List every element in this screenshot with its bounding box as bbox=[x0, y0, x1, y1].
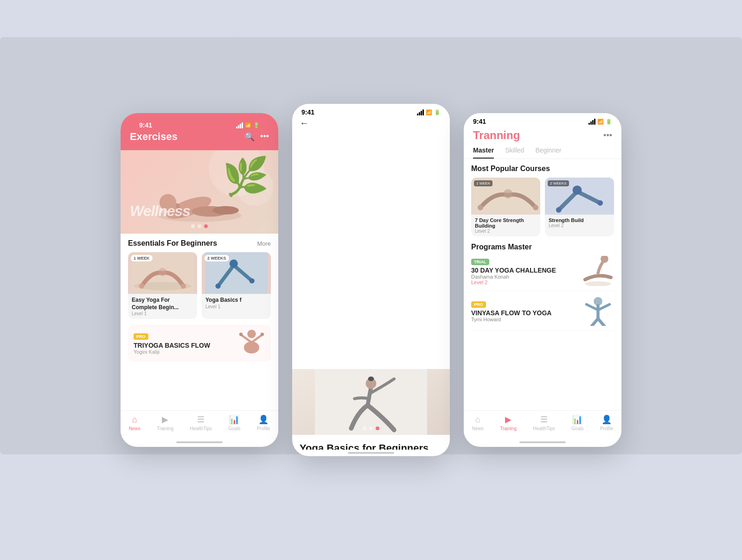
bottom-nav-3: ⌂ News ▶ Training ☰ HealthTips 📊 Goals 👤 bbox=[464, 410, 621, 438]
svg-point-35 bbox=[573, 185, 582, 195]
svg-point-6 bbox=[212, 206, 239, 215]
popular-card-1[interactable]: 1 WEEK 7 Day Core Strengt bbox=[471, 178, 540, 236]
pro-banner[interactable]: PRO TRIYOGA BASICS FLOW Yogini Kaliji bbox=[128, 325, 271, 362]
tab-skilled[interactable]: Skilled bbox=[505, 146, 524, 159]
hero-dot-1[interactable] bbox=[363, 426, 366, 430]
program-author-1: Dashama Konah bbox=[471, 274, 556, 280]
essentials-cards-row: 1 WEEK Easy bbox=[128, 252, 271, 319]
nav-goals-label-1: Goals bbox=[228, 426, 240, 431]
home-indicator-3 bbox=[464, 438, 621, 447]
time-3: 9:41 bbox=[473, 118, 486, 125]
detail-hero bbox=[292, 369, 450, 435]
exercises-header: 9:41 📶 🔋 Exercises bbox=[121, 113, 278, 150]
pc-img-2: 2 WEEKS bbox=[545, 178, 614, 215]
detail-content: Yoga Basics for Beginners Keeps your wai… bbox=[292, 435, 450, 450]
home-indicator-1 bbox=[121, 438, 278, 447]
pro-info: PRO TRIYOGA BASICS FLOW Yogini Kaliji bbox=[134, 331, 210, 355]
nav-training-3[interactable]: ▶ Training bbox=[500, 414, 517, 431]
nav-goals-label-3: Goals bbox=[571, 426, 583, 431]
home-indicator-2 bbox=[292, 450, 450, 456]
home-icon-3: ⌂ bbox=[475, 415, 480, 425]
exercises-header-icons: 🔍 ••• bbox=[244, 132, 269, 142]
program-level-1: Level 2 bbox=[471, 280, 556, 285]
wifi-icon-3: 📶 bbox=[597, 119, 604, 125]
search-icon[interactable]: 🔍 bbox=[244, 132, 255, 142]
card-name-1: Easy Yoga For Complete Begin... bbox=[132, 297, 193, 311]
time-2: 9:41 bbox=[301, 108, 314, 116]
popular-title: Most Popular Courses bbox=[471, 165, 614, 173]
training-header: Tranning ••• bbox=[464, 127, 621, 146]
svg-point-29 bbox=[478, 205, 483, 210]
program-left-2: PRO VINYASA FLOW TO YOGA Tymi Howard bbox=[471, 299, 551, 322]
pro-author: Yogini Kaliji bbox=[134, 349, 210, 355]
meditation-figure bbox=[239, 326, 264, 361]
time-1: 9:41 bbox=[139, 121, 152, 129]
list-icon-1: ☰ bbox=[197, 414, 205, 425]
essentials-title: Essentials For Beginners bbox=[128, 239, 217, 248]
dot-2[interactable] bbox=[198, 224, 201, 228]
nav-news-3[interactable]: ⌂ News bbox=[472, 415, 484, 431]
battery-icon-1: 🔋 bbox=[253, 122, 260, 128]
essentials-section-header: Essentials For Beginners More bbox=[128, 239, 271, 248]
training-more-icon[interactable]: ••• bbox=[603, 131, 612, 140]
phone-detail: 9:41 📶 🔋 ← bbox=[292, 104, 450, 456]
leaf-decoration: 🌿 bbox=[223, 155, 269, 198]
card-easy-yoga[interactable]: 1 WEEK Easy bbox=[128, 252, 197, 319]
card-yoga-basics[interactable]: 2 WEEKS Yoga Basics f bbox=[202, 252, 271, 319]
list-icon-3: ☰ bbox=[540, 414, 548, 425]
svg-point-9 bbox=[139, 284, 144, 289]
phone-exercises: 9:41 📶 🔋 Exercises bbox=[121, 113, 278, 447]
tab-master[interactable]: Master bbox=[473, 146, 494, 159]
programs-section: Programs Master TRIAL 30 DAY YOGA CHALLE… bbox=[471, 243, 614, 331]
dot-3[interactable] bbox=[204, 224, 208, 228]
popular-card-2[interactable]: 2 WEEKS bbox=[545, 178, 614, 236]
back-button[interactable]: ← bbox=[292, 118, 450, 369]
tab-beginner[interactable]: Beginner bbox=[535, 146, 561, 159]
pc-week-2: 2 WEEKS bbox=[548, 180, 569, 186]
program-author-2: Tymi Howard bbox=[471, 317, 551, 322]
nav-profile-label-3: Profile bbox=[600, 426, 613, 431]
week-badge-2: 2 WEEKS bbox=[205, 255, 229, 261]
nav-profile-3[interactable]: 👤 Profile bbox=[600, 414, 613, 431]
battery-icon-3: 🔋 bbox=[606, 119, 612, 125]
nav-news-label-1: News bbox=[129, 426, 141, 431]
nav-goals-3[interactable]: 📊 Goals bbox=[571, 414, 583, 431]
pc-info-1: 7 Day Core Strength Building Level 2 bbox=[471, 215, 540, 236]
play-icon-1: ▶ bbox=[162, 414, 168, 425]
yoga-detail-figure bbox=[292, 369, 450, 435]
nav-training-label-1: Training bbox=[157, 426, 173, 431]
nav-goals-1[interactable]: 📊 Goals bbox=[228, 414, 240, 431]
wellness-text: Wellness bbox=[130, 203, 190, 220]
trial-badge: TRIAL bbox=[471, 259, 489, 265]
essentials-more[interactable]: More bbox=[257, 240, 271, 247]
nav-healthtips-3[interactable]: ☰ HealthTips bbox=[533, 414, 555, 431]
nav-profile-1[interactable]: 👤 Profile bbox=[257, 414, 270, 431]
hero-dot-3[interactable] bbox=[376, 426, 379, 430]
pro-badge-2: PRO bbox=[471, 301, 486, 308]
nav-training-1[interactable]: ▶ Training bbox=[157, 414, 173, 431]
play-icon-3: ▶ bbox=[505, 414, 512, 425]
svg-point-10 bbox=[181, 284, 186, 289]
hero-dot-2[interactable] bbox=[369, 426, 373, 430]
detail-hero-dots bbox=[292, 426, 450, 430]
svg-point-11 bbox=[159, 268, 167, 276]
status-icons-2: 📶 🔋 bbox=[417, 109, 441, 115]
wifi-icon-1: 📶 bbox=[245, 122, 251, 128]
program-item-2[interactable]: PRO VINYASA FLOW TO YOGA Tymi Howard bbox=[471, 296, 614, 331]
nav-news-1[interactable]: ⌂ News bbox=[129, 415, 141, 431]
svg-point-20 bbox=[239, 332, 242, 336]
program-left-1: TRIAL 30 DAY YOGA CHALLENGE Dashama Kona… bbox=[471, 257, 556, 285]
nav-profile-label-1: Profile bbox=[257, 426, 270, 431]
exercises-title: Exercises bbox=[130, 131, 178, 143]
program-item-1[interactable]: TRIAL 30 DAY YOGA CHALLENGE Dashama Kona… bbox=[471, 256, 614, 291]
pc-img-1: 1 WEEK bbox=[471, 178, 540, 215]
pc-name-2: Strength Build bbox=[549, 217, 610, 223]
program-figure-1 bbox=[582, 256, 614, 286]
dot-1[interactable] bbox=[191, 224, 195, 228]
signal-icon-3 bbox=[588, 119, 595, 125]
svg-point-33 bbox=[556, 207, 562, 213]
more-icon[interactable]: ••• bbox=[260, 132, 269, 142]
card-level-2: Level 1 bbox=[205, 304, 267, 309]
nav-healthtips-1[interactable]: ☰ HealthTips bbox=[190, 414, 211, 431]
signal-icon-1 bbox=[236, 122, 243, 128]
